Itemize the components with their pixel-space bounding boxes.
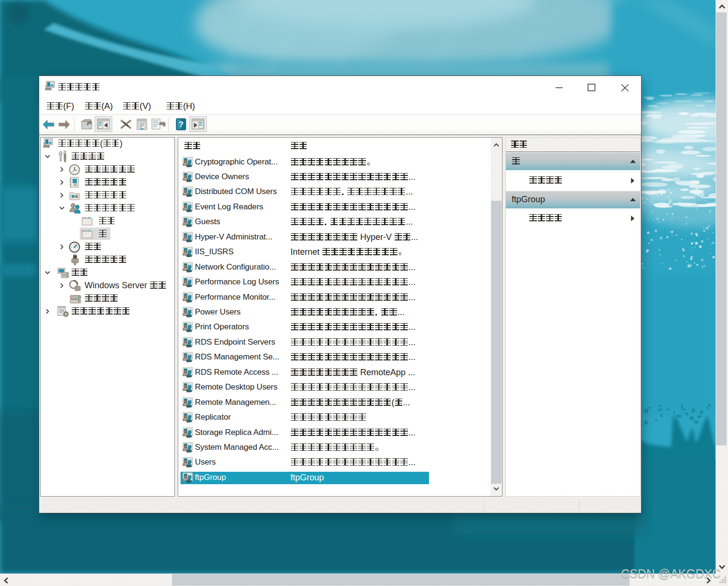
svg-text:?: ? bbox=[179, 120, 183, 129]
